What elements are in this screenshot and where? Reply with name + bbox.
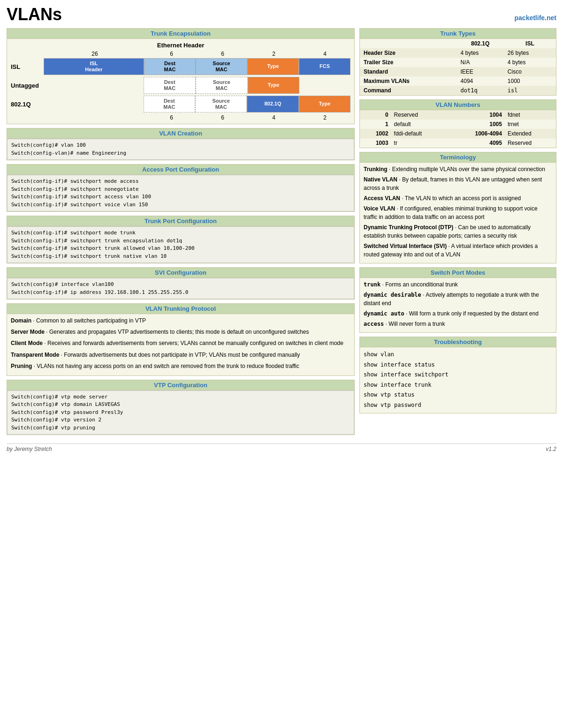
encap-container: Ethernet Header 26 6 6 2 4 ISL ISLHeader [7, 39, 354, 124]
vlan-num-row-1: 1 default 1005 trnet [360, 120, 556, 129]
isl-num-26: 26 [44, 51, 146, 57]
term-dtp: Dynamic Trunking Protocol (DTP) · Can be… [364, 223, 552, 240]
isl-num-2: 2 [248, 51, 299, 57]
term-access-vlan: Access VLAN · The VLAN to which an acces… [364, 194, 552, 203]
vtp-transparent-mode: Transparent Mode · Forwards advertisemen… [11, 351, 350, 360]
vtp-pruning: Pruning · VLANs not having any access po… [11, 362, 350, 371]
trunk-types-row-trailer-size: Trailer Size N/A 4 bytes [360, 58, 556, 67]
troubleshoot-cmd-1: show vlan [364, 350, 552, 360]
vlan-label-reserved-0: Reserved [391, 110, 449, 120]
trunk-types-val-header-size-isl: 26 bytes [504, 48, 556, 58]
term-trunking: Trunking · Extending multiple VLANs over… [364, 165, 552, 173]
switch-port-modes-section: Switch Port Modes trunk · Forms an uncon… [359, 267, 556, 333]
trunk-types-label-standard: Standard [360, 67, 457, 76]
vtp-config-section: VTP Configuration Switch(config)# vtp mo… [7, 380, 355, 435]
dot1q-source-mac: SourceMAC [195, 96, 247, 113]
switch-port-modes-header: Switch Port Modes [360, 268, 556, 278]
vlan-num-1005: 1005 [449, 120, 504, 129]
trunk-encapsulation-header: Trunk Encapsulation [7, 29, 354, 39]
dot1q-type: Type [299, 96, 350, 113]
svi-config-section: SVI Configuration Switch(config)# interf… [7, 267, 355, 300]
vlan-label-reserved-4095: Reserved [505, 138, 556, 148]
trunk-types-row-header-size: Header Size 4 bytes 26 bytes [360, 48, 556, 58]
vtp-server-mode: Server Mode · Generates and propagates V… [11, 328, 350, 337]
switch-port-modes-content: trunk · Forms an unconditional trunk dyn… [360, 278, 556, 332]
trunk-types-col-dot1q: 802.1Q [457, 39, 504, 48]
spm-access: access · Will never form a trunk [364, 320, 552, 328]
footer-author: by Jeremy Stretch [7, 446, 52, 452]
trunk-types-val-max-vlans-dot1q: 4094 [457, 76, 504, 86]
trunk-types-header: Trunk Types [360, 29, 556, 39]
vlan-numbers-section: VLAN Numbers 0 Reserved 1004 fdnet 1 def… [359, 99, 556, 148]
vlan-num-1: 1 [360, 120, 391, 129]
right-column: Trunk Types 802.1Q ISL Header Size 4 byt… [359, 28, 556, 439]
trunk-types-val-standard-isl: Cisco [504, 67, 556, 76]
vtp-protocol-section: VLAN Trunking Protocol Domain · Common t… [7, 303, 355, 376]
vlan-label-fddi-default: fddi-default [391, 129, 449, 138]
isl-fcs: FCS [299, 58, 350, 75]
untagged-empty [44, 77, 144, 94]
untagged-fields: DestMAC SourceMAC Type [44, 77, 350, 94]
troubleshoot-cmd-4: show interface trunk [364, 380, 552, 390]
troubleshooting-header: Troubleshooting [360, 337, 556, 347]
trunk-types-label-header-size: Header Size [360, 48, 457, 58]
vlan-num-4095: 4095 [449, 138, 504, 148]
isl-type: Type [247, 58, 299, 75]
trunk-port-code: Switch(config-if)# switchport mode trunk… [7, 226, 354, 263]
trunk-types-section: Trunk Types 802.1Q ISL Header Size 4 byt… [359, 28, 556, 96]
header: VLANs packetlife.net [7, 5, 556, 24]
trunk-types-label-max-vlans: Maximum VLANs [360, 76, 457, 86]
vlan-num-1002: 1002 [360, 129, 391, 138]
vtp-config-code: Switch(config)# vtp mode server Switch(c… [7, 390, 354, 435]
vtp-protocol-header: VLAN Trunking Protocol [7, 304, 354, 314]
access-port-header: Access Port Configuration [7, 165, 354, 175]
vlan-num-row-0: 0 Reserved 1004 fdnet [360, 110, 556, 120]
isl-header-field: ISLHeader [44, 58, 144, 75]
dot1q-dest-mac: DestMAC [144, 96, 195, 113]
troubleshooting-content: show vlan show interface status show int… [360, 347, 556, 413]
isl-num-6a: 6 [146, 51, 197, 57]
vlan-num-1003: 1003 [360, 138, 391, 148]
vlan-numbers-header: VLAN Numbers [360, 100, 556, 110]
troubleshoot-cmd-2: show interface status [364, 360, 552, 370]
left-column: Trunk Encapsulation Ethernet Header 26 6… [7, 28, 355, 439]
dot1q-row: 802.1Q DestMAC SourceMAC 802.1Q Type [11, 96, 350, 113]
spm-dynamic-auto: dynamic auto · Will form a trunk only if… [364, 309, 552, 318]
svi-config-code: Switch(config)# interface vlan100 Switch… [7, 278, 354, 299]
isl-dest-mac: DestMAC [144, 58, 196, 75]
isl-source-mac: SourceMAC [196, 58, 247, 75]
trunk-types-col-headers: 802.1Q ISL [360, 39, 556, 48]
vlan-creation-code: Switch(config)# vlan 100 Switch(config-v… [7, 139, 354, 160]
trunk-types-table: 802.1Q ISL Header Size 4 bytes 26 bytes … [360, 39, 556, 95]
isl-num-4: 4 [299, 51, 350, 57]
untagged-label: Untagged [11, 82, 44, 89]
vtp-config-header: VTP Configuration [7, 380, 354, 390]
trunk-types-val-trailer-size-isl: 4 bytes [504, 58, 556, 67]
terminology-header: Terminology [360, 152, 556, 163]
vlan-label-trnet: trnet [505, 120, 556, 129]
vlan-numbers-table: 0 Reserved 1004 fdnet 1 default 1005 trn… [360, 110, 556, 148]
vlan-label-extended: Extended [505, 129, 556, 138]
vlan-label-fdnet: fdnet [505, 110, 556, 120]
isl-row: ISL ISLHeader DestMAC SourceMAC Type FCS [11, 58, 350, 75]
troubleshooting-section: Troubleshooting show vlan show interface… [359, 337, 556, 413]
term-svi: Switched Virtual Interface (SVI) · A vir… [364, 242, 552, 259]
vlan-num-0: 0 [360, 110, 391, 120]
site-url: packetlife.net [515, 14, 556, 22]
trunk-types-row-standard: Standard IEEE Cisco [360, 67, 556, 76]
vtp-domain: Domain · Common to all switches particip… [11, 316, 350, 325]
eth-header-title: Ethernet Header [11, 42, 350, 49]
access-port-section: Access Port Configuration Switch(config-… [7, 164, 355, 212]
footer-version: v1.2 [546, 446, 556, 452]
svi-config-header: SVI Configuration [7, 268, 354, 278]
term-voice-vlan: Voice VLAN · If configured, enables mini… [364, 204, 552, 221]
terminology-content: Trunking · Extending multiple VLANs over… [360, 163, 556, 263]
trunk-types-col-empty [360, 39, 457, 48]
troubleshoot-cmd-5: show vtp status [364, 390, 552, 400]
trunk-encapsulation-section: Trunk Encapsulation Ethernet Header 26 6… [7, 28, 355, 124]
vtp-protocol-content: Domain · Common to all switches particip… [7, 314, 354, 375]
trunk-types-row-command: Command dot1q isl [360, 86, 556, 95]
vlan-num-1004: 1004 [449, 110, 504, 120]
troubleshoot-cmd-3: show interface switchport [364, 370, 552, 380]
dot1q-tag: 802.1Q [247, 96, 298, 113]
